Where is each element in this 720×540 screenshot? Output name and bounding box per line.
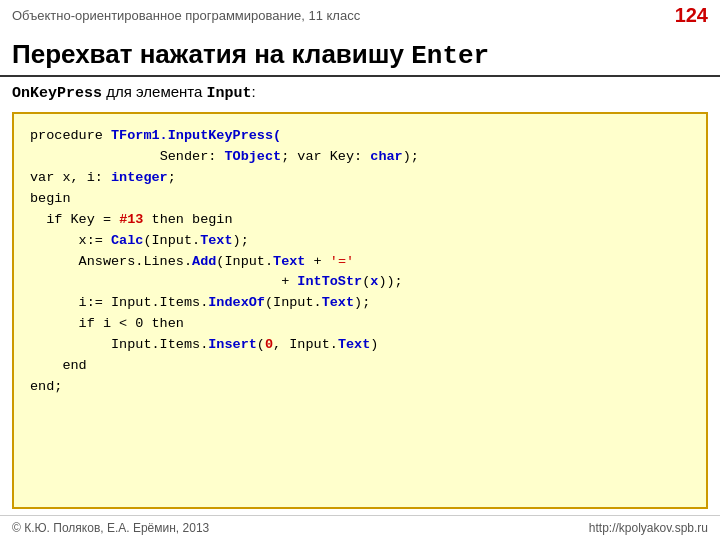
page-container: Объектно-ориентированное программировани… [0, 0, 720, 540]
code-line-5: if Key = #13 then begin [30, 210, 690, 231]
code-line-11: Input.Items.Insert(0, Input.Text) [30, 335, 690, 356]
title-section: Перехват нажатия на клавишу Enter [0, 31, 720, 77]
subtitle-code1: OnKeyPress [12, 85, 102, 102]
page-number: 124 [675, 4, 708, 27]
subtitle-text2: : [252, 83, 256, 100]
code-block: procedure TForm1.InputKeyPress( Sender: … [12, 112, 708, 509]
course-title: Объектно-ориентированное программировани… [12, 8, 360, 23]
subtitle-text1: для элемента [102, 83, 207, 100]
code-line-6: x:= Calc(Input.Text); [30, 231, 690, 252]
footer-url: http://kpolyakov.spb.ru [589, 521, 708, 535]
code-line-9: i:= Input.Items.IndexOf(Input.Text); [30, 293, 690, 314]
title-code: Enter [411, 41, 489, 71]
code-line-12: end [30, 356, 690, 377]
page-title: Перехват нажатия на клавишу Enter [12, 39, 489, 69]
title-text: Перехват нажатия на клавишу [12, 39, 411, 69]
code-line-13: end; [30, 377, 690, 398]
code-line-10: if i < 0 then [30, 314, 690, 335]
code-line-7: Answers.Lines.Add(Input.Text + '=' [30, 252, 690, 273]
footer: © К.Ю. Поляков, Е.А. Ерёмин, 2013 http:/… [0, 515, 720, 540]
footer-copyright: © К.Ю. Поляков, Е.А. Ерёмин, 2013 [12, 521, 209, 535]
header-bar: Объектно-ориентированное программировани… [0, 0, 720, 31]
code-line-1: procedure TForm1.InputKeyPress( [30, 126, 690, 147]
code-line-2: Sender: TObject; var Key: char); [30, 147, 690, 168]
subtitle: OnKeyPress для элемента Input: [0, 77, 720, 106]
code-line-4: begin [30, 189, 690, 210]
subtitle-code2: Input [207, 85, 252, 102]
code-line-3: var x, i: integer; [30, 168, 690, 189]
code-line-8: + IntToStr(x)); [30, 272, 690, 293]
